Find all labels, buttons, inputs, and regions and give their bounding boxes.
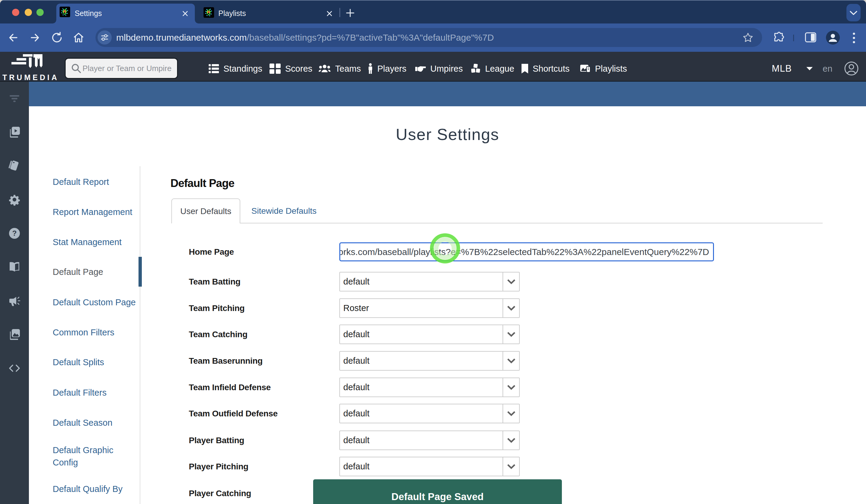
nav-teams[interactable]: Teams <box>319 62 361 75</box>
search-input[interactable] <box>82 59 173 78</box>
window-minimize-button[interactable] <box>25 9 32 16</box>
form-row-home-page: Home Page https://mlbdemo.trumedianetwor… <box>171 242 823 261</box>
team-outfield-defense-label: Team Outfield Defense <box>189 409 278 418</box>
home-page-input[interactable]: https://mlbdemo.trumedianetworks.com/bas… <box>339 242 714 261</box>
settings-nav-default-season[interactable]: Default Season <box>53 417 112 428</box>
nav-scores[interactable]: Scores <box>269 62 312 75</box>
trumedia-logo-icon[interactable] <box>11 54 43 70</box>
league-selector[interactable]: MLB <box>772 62 813 75</box>
settings-nav-report-management[interactable]: Report Management <box>53 206 132 218</box>
search-icon <box>70 63 82 75</box>
team-batting-select-chevron-icon <box>502 272 519 291</box>
browser-profile-avatar[interactable] <box>826 31 840 46</box>
form-row-team-catching: Team Catching default <box>171 325 823 344</box>
settings-nav-default-splits[interactable]: Default Splits <box>53 357 104 368</box>
glossary-book-icon[interactable] <box>9 261 21 273</box>
new-tab-button[interactable] <box>344 8 356 18</box>
address-bar[interactable]: mlbdemo.trumedianetworks.com/baseball/se… <box>96 28 762 47</box>
page-banner <box>29 81 866 106</box>
svg-text:?: ? <box>12 229 17 237</box>
tab-search-chevron-button[interactable] <box>846 4 861 21</box>
announcements-icon[interactable] <box>9 295 21 307</box>
team-infield-defense-select-value: default <box>343 378 369 396</box>
settings-nav-default-filters[interactable]: Default Filters <box>53 387 107 398</box>
nav-standings[interactable]: Standings <box>209 62 262 75</box>
team-catching-select-value: default <box>343 325 369 344</box>
settings-nav-default-graphic-config[interactable]: Default Graphic Config <box>53 444 125 469</box>
team-baserunning-select-chevron-icon <box>502 352 519 370</box>
tab-sitewide-defaults[interactable]: Sitewide Defaults <box>242 199 326 223</box>
url-host: mlbdemo.trumedianetworks.com <box>116 33 247 43</box>
team-infield-defense-label: Team Infield Defense <box>189 383 271 392</box>
tab-user-defaults[interactable]: User Defaults <box>171 199 240 223</box>
tab-playlists[interactable]: Playlists <box>199 4 337 23</box>
side-panel-icon[interactable] <box>804 32 817 45</box>
playlists-icon <box>580 64 590 73</box>
browser-tab-strip: Settings Playlists <box>0 0 866 23</box>
tab-settings-favicon-icon <box>59 7 70 17</box>
back-icon[interactable] <box>7 32 19 45</box>
window-zoom-button[interactable] <box>36 9 44 16</box>
form-row-team-baserunning: Team Baserunning default <box>171 351 823 371</box>
settings-nav-default-qualify-by[interactable]: Default Qualify By <box>53 483 123 495</box>
nav-standings-label: Standings <box>223 64 262 74</box>
nav-umpires[interactable]: Umpires <box>415 62 463 75</box>
browser-menu-icon[interactable] <box>851 31 857 46</box>
user-account-icon[interactable] <box>844 61 859 77</box>
forward-icon[interactable] <box>29 32 41 45</box>
help-icon[interactable]: ? <box>9 227 21 239</box>
team-baserunning-label: Team Baserunning <box>189 356 263 366</box>
settings-nav-default-report[interactable]: Default Report <box>53 176 109 188</box>
url-path: /baseball/settings?pd=%7B"activeTab"%3A"… <box>247 33 494 43</box>
team-baserunning-select[interactable]: default <box>339 351 520 371</box>
url-text: mlbdemo.trumedianetworks.com/baseball/se… <box>116 28 494 47</box>
settings-nav-default-custom-page[interactable]: Default Custom Page <box>53 296 136 308</box>
trumedia-logo-text[interactable]: TRUMEDIA <box>2 73 52 82</box>
settings-nav-default-page[interactable]: Default Page <box>53 266 103 278</box>
umpires-icon <box>415 64 426 74</box>
tab-settings[interactable]: Settings <box>56 4 195 23</box>
bookmark-star-icon[interactable] <box>742 32 754 45</box>
settings-nav-stat-management[interactable]: Stat Management <box>53 236 122 248</box>
nav-umpires-label: Umpires <box>430 64 463 74</box>
nav-scores-label: Scores <box>285 64 312 74</box>
team-infield-defense-select[interactable]: default <box>339 378 520 397</box>
reload-icon[interactable] <box>51 31 63 45</box>
team-catching-select[interactable]: default <box>339 325 520 344</box>
nav-players[interactable]: Players <box>368 62 407 75</box>
player-pitching-select-value: default <box>343 457 369 476</box>
settings-nav-common-filters[interactable]: Common Filters <box>53 327 114 338</box>
browser-window: Settings Playlists <box>0 0 866 504</box>
team-outfield-defense-select[interactable]: default <box>339 404 520 423</box>
home-page-label: Home Page <box>189 247 234 257</box>
team-pitching-select[interactable]: Roster <box>339 298 520 318</box>
code-icon[interactable] <box>9 362 21 374</box>
player-catching-label: Player Catching <box>189 489 251 498</box>
tab-separator <box>339 8 340 17</box>
video-library-icon[interactable] <box>9 126 21 138</box>
team-batting-select[interactable]: default <box>339 272 520 291</box>
icon-sidebar: ? <box>0 81 29 504</box>
player-batting-select[interactable]: default <box>339 430 520 450</box>
home-icon[interactable] <box>72 31 85 45</box>
settings-gear-icon[interactable] <box>9 193 21 206</box>
player-batting-label: Player Batting <box>189 436 244 445</box>
shortcuts-icon <box>522 64 528 74</box>
cards-icon[interactable] <box>9 160 21 172</box>
nav-shortcuts-label: Shortcuts <box>533 64 570 74</box>
window-close-button[interactable] <box>12 9 19 16</box>
nav-playlists[interactable]: Playlists <box>580 62 627 75</box>
form-row-player-pitching: Player Pitching default <box>171 457 823 476</box>
filters-icon[interactable] <box>9 92 21 104</box>
player-pitching-select[interactable]: default <box>339 457 520 476</box>
nav-league[interactable]: League <box>471 62 514 75</box>
tab-playlists-title: Playlists <box>218 8 246 19</box>
language-selector[interactable]: en <box>823 62 832 75</box>
tab-playlists-close-icon[interactable] <box>326 10 333 17</box>
tab-settings-close-icon[interactable] <box>181 10 189 17</box>
nav-shortcuts[interactable]: Shortcuts <box>522 62 570 75</box>
site-settings-icon[interactable] <box>98 31 112 45</box>
extensions-icon[interactable] <box>773 31 785 45</box>
images-icon[interactable] <box>9 328 21 340</box>
team-pitching-select-chevron-icon <box>502 299 519 317</box>
